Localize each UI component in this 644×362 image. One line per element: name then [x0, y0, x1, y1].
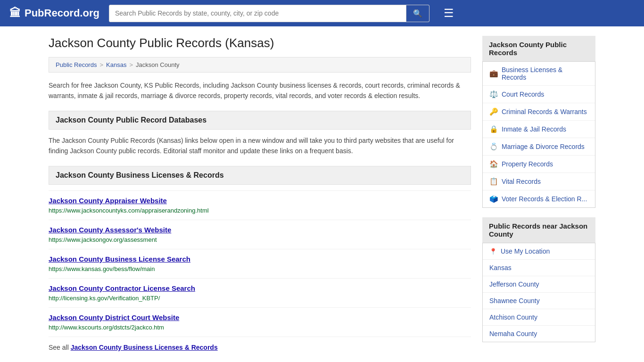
search-button[interactable]: 🔍	[406, 5, 429, 22]
record-link-url[interactable]: http://www.kscourts.org/dstcts/2jackco.h…	[49, 324, 164, 331]
record-list: Jackson County Appraiser Website https:/…	[49, 190, 471, 337]
logo-icon: 🏛	[9, 7, 21, 20]
sidebar-item-label-5: Property Records	[502, 160, 553, 168]
sidebar-item-0[interactable]: 💼Business Licenses & Records	[483, 62, 595, 86]
search-icon: 🔍	[413, 9, 422, 17]
record-link-title[interactable]: Jackson County Business License Search	[49, 255, 471, 263]
sidebar-item-7[interactable]: 🗳️Voter Records & Election R...	[483, 190, 595, 207]
nearby-item-label-1: Jefferson County	[489, 280, 539, 288]
use-location-item[interactable]: 📍Use My Location	[483, 243, 595, 260]
nearby-item-4[interactable]: Nemaha County	[483, 326, 595, 342]
site-logo[interactable]: 🏛 PubRecord.org	[9, 7, 99, 20]
sidebar-item-icon-0: 💼	[489, 69, 498, 78]
record-entry: Jackson County Contractor License Search…	[49, 279, 471, 308]
sidebar-nearby-section: Public Records near Jackson County 📍Use …	[482, 217, 595, 342]
nearby-item-3[interactable]: Atchison County	[483, 309, 595, 326]
sidebar-main-title: Jackson County Public Records	[482, 36, 595, 62]
breadcrumb-kansas[interactable]: Kansas	[106, 61, 126, 68]
use-location-label: Use My Location	[501, 247, 550, 255]
record-link-title[interactable]: Jackson County Contractor License Search	[49, 284, 471, 292]
databases-section-text: The Jackson County Public Records (Kansa…	[49, 135, 471, 156]
sidebar-item-icon-6: 📋	[489, 177, 498, 186]
sidebar-item-5[interactable]: 🏠Property Records	[483, 156, 595, 173]
record-link-url[interactable]: https://www.kansas.gov/bess/flow/main	[49, 265, 155, 272]
record-link-title[interactable]: Jackson County District Court Website	[49, 313, 471, 321]
sidebar-item-icon-1: ⚖️	[489, 90, 498, 99]
record-link-url[interactable]: https://www.jacksoncountyks.com/appraise…	[49, 207, 209, 214]
sidebar-nearby-title: Public Records near Jackson County	[482, 217, 595, 243]
logo-text: PubRecord.org	[25, 7, 99, 19]
record-entry: Jackson County Appraiser Website https:/…	[49, 190, 471, 220]
record-entry: Jackson County Business License Search h…	[49, 249, 471, 279]
sidebar-item-icon-5: 🏠	[489, 160, 498, 168]
record-entry: Jackson County District Court Website ht…	[49, 308, 471, 337]
sidebar-item-label-0: Business Licenses & Records	[502, 66, 588, 81]
sidebar-item-label-4: Marriage & Divorce Records	[502, 143, 585, 150]
sidebar-item-label-6: Vital Records	[502, 178, 541, 185]
see-all-link[interactable]: Jackson County Business Licenses & Recor…	[71, 344, 218, 351]
record-link-url[interactable]: http://licensing.ks.gov/Verification_KBT…	[49, 295, 160, 302]
nearby-item-label-0: Kansas	[489, 264, 512, 272]
location-icon: 📍	[489, 248, 497, 255]
breadcrumb: Public Records > Kansas > Jackson County	[49, 57, 471, 73]
record-link-title[interactable]: Jackson County Assessor's Website	[49, 226, 471, 234]
main-content: Jackson County Public Records (Kansas) P…	[49, 36, 471, 352]
sidebar-nearby-list: 📍Use My LocationKansasJefferson CountySh…	[482, 243, 595, 342]
site-header: 🏛 PubRecord.org 🔍 ☰	[0, 0, 644, 26]
record-link-url[interactable]: https://www.jacksongov.org/assessment	[49, 236, 157, 243]
sidebar-item-label-3: Inmate & Jail Records	[502, 125, 566, 133]
record-entry: Jackson County Assessor's Website https:…	[49, 220, 471, 249]
nearby-item-label-2: Shawnee County	[489, 297, 540, 304]
breadcrumb-sep-2: >	[129, 61, 133, 68]
search-bar: 🔍	[109, 5, 429, 22]
sidebar-main-section: Jackson County Public Records 💼Business …	[482, 36, 595, 208]
page-description: Search for free Jackson County, KS Publi…	[49, 80, 471, 101]
sidebar-item-label-2: Criminal Records & Warrants	[502, 108, 587, 115]
sidebar-item-icon-7: 🗳️	[489, 195, 498, 203]
nearby-item-0[interactable]: Kansas	[483, 260, 595, 276]
nearby-item-1[interactable]: Jefferson County	[483, 276, 595, 293]
sidebar-item-label-7: Voter Records & Election R...	[502, 195, 587, 203]
see-all-text: See all Jackson County Business Licenses…	[49, 344, 471, 351]
record-link-title[interactable]: Jackson County Appraiser Website	[49, 197, 471, 205]
sidebar-item-4[interactable]: 💍Marriage & Divorce Records	[483, 138, 595, 156]
sidebar-item-icon-3: 🔒	[489, 125, 498, 133]
sidebar-item-label-1: Court Records	[502, 90, 544, 98]
sidebar-item-icon-4: 💍	[489, 142, 498, 151]
sidebar-item-6[interactable]: 📋Vital Records	[483, 173, 595, 190]
sidebar-item-1[interactable]: ⚖️Court Records	[483, 86, 595, 103]
page-container: Jackson County Public Records (Kansas) P…	[39, 26, 605, 361]
menu-icon[interactable]: ☰	[444, 7, 454, 20]
business-section-header: Jackson County Business Licenses & Recor…	[49, 166, 471, 185]
sidebar-item-2[interactable]: 🔑Criminal Records & Warrants	[483, 103, 595, 121]
nearby-item-label-4: Nemaha County	[489, 330, 537, 337]
breadcrumb-jackson-county: Jackson County	[136, 61, 180, 68]
sidebar-main-list: 💼Business Licenses & Records⚖️Court Reco…	[482, 62, 595, 208]
breadcrumb-public-records[interactable]: Public Records	[56, 61, 97, 68]
sidebar: Jackson County Public Records 💼Business …	[482, 36, 595, 352]
nearby-item-2[interactable]: Shawnee County	[483, 293, 595, 309]
databases-section-header: Jackson County Public Record Databases	[49, 111, 471, 130]
page-title: Jackson County Public Records (Kansas)	[49, 36, 471, 50]
nearby-item-label-3: Atchison County	[489, 313, 537, 321]
sidebar-item-icon-2: 🔑	[489, 107, 498, 116]
breadcrumb-sep-1: >	[99, 61, 103, 68]
search-input[interactable]	[109, 5, 406, 22]
sidebar-item-3[interactable]: 🔒Inmate & Jail Records	[483, 121, 595, 138]
